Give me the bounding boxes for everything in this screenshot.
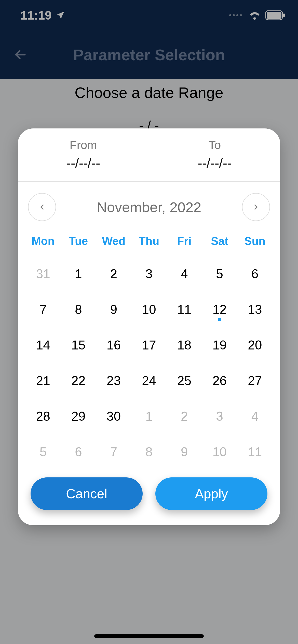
calendar-day: 8 bbox=[131, 434, 167, 470]
weekday-header: Fri bbox=[167, 230, 202, 256]
calendar-day[interactable]: 6 bbox=[237, 256, 273, 292]
calendar-day[interactable]: 12 bbox=[202, 292, 237, 327]
calendar-day[interactable]: 20 bbox=[237, 327, 273, 363]
calendar-day: 10 bbox=[202, 434, 237, 470]
calendar-day[interactable]: 28 bbox=[25, 399, 61, 434]
today-indicator-icon bbox=[218, 318, 221, 321]
calendar-day[interactable]: 27 bbox=[237, 363, 273, 399]
weekday-header: Mon bbox=[25, 230, 61, 256]
calendar-day[interactable]: 18 bbox=[167, 327, 202, 363]
to-column[interactable]: To --/--/-- bbox=[149, 128, 280, 181]
calendar-day: 3 bbox=[202, 399, 237, 434]
weekday-header: Sat bbox=[202, 230, 237, 256]
calendar-day[interactable]: 19 bbox=[202, 327, 237, 363]
calendar-day[interactable]: 8 bbox=[61, 292, 96, 327]
calendar-day[interactable]: 25 bbox=[167, 363, 202, 399]
calendar-day: 11 bbox=[237, 434, 273, 470]
next-month-button[interactable] bbox=[242, 193, 270, 221]
calendar-day[interactable]: 15 bbox=[61, 327, 96, 363]
weekday-header: Wed bbox=[96, 230, 131, 256]
from-value: --/--/-- bbox=[18, 155, 149, 171]
from-column[interactable]: From --/--/-- bbox=[18, 128, 149, 181]
month-title[interactable]: November, 2022 bbox=[97, 199, 201, 215]
calendar-day[interactable]: 22 bbox=[61, 363, 96, 399]
cancel-button[interactable]: Cancel bbox=[31, 477, 143, 510]
calendar-day[interactable]: 21 bbox=[25, 363, 61, 399]
to-label: To bbox=[149, 138, 280, 152]
calendar-day: 6 bbox=[61, 434, 96, 470]
to-value: --/--/-- bbox=[149, 155, 280, 171]
from-label: From bbox=[18, 138, 149, 152]
calendar-day: 5 bbox=[25, 434, 61, 470]
calendar-day[interactable]: 1 bbox=[61, 256, 96, 292]
calendar-day[interactable]: 16 bbox=[96, 327, 131, 363]
weekday-header: Tue bbox=[61, 230, 96, 256]
month-nav: November, 2022 bbox=[18, 182, 280, 230]
calendar-day[interactable]: 26 bbox=[202, 363, 237, 399]
calendar-grid: MonTueWedThuFriSatSun3112345678910111213… bbox=[18, 230, 280, 470]
calendar-day[interactable]: 4 bbox=[167, 256, 202, 292]
calendar-day[interactable]: 9 bbox=[96, 292, 131, 327]
calendar-day[interactable]: 17 bbox=[131, 327, 167, 363]
calendar-day: 9 bbox=[167, 434, 202, 470]
calendar-day[interactable]: 5 bbox=[202, 256, 237, 292]
modal-scrim-top bbox=[0, 0, 298, 79]
calendar-day[interactable]: 10 bbox=[131, 292, 167, 327]
prev-month-button[interactable] bbox=[28, 193, 56, 221]
calendar-day[interactable]: 29 bbox=[61, 399, 96, 434]
calendar-day[interactable]: 2 bbox=[96, 256, 131, 292]
date-range-modal: From --/--/-- To --/--/-- November, 2022… bbox=[18, 128, 280, 525]
weekday-header: Thu bbox=[131, 230, 167, 256]
home-indicator[interactable] bbox=[94, 634, 204, 638]
calendar-day[interactable]: 23 bbox=[96, 363, 131, 399]
modal-buttons: Cancel Apply bbox=[18, 470, 280, 510]
calendar-day[interactable]: 30 bbox=[96, 399, 131, 434]
calendar-day[interactable]: 11 bbox=[167, 292, 202, 327]
calendar-day[interactable]: 3 bbox=[131, 256, 167, 292]
apply-button[interactable]: Apply bbox=[155, 477, 267, 510]
calendar-day: 2 bbox=[167, 399, 202, 434]
calendar-day: 1 bbox=[131, 399, 167, 434]
calendar-day[interactable]: 7 bbox=[25, 292, 61, 327]
calendar-day: 7 bbox=[96, 434, 131, 470]
range-header: From --/--/-- To --/--/-- bbox=[18, 128, 280, 182]
calendar-day[interactable]: 13 bbox=[237, 292, 273, 327]
calendar-day[interactable]: 24 bbox=[131, 363, 167, 399]
calendar-day: 31 bbox=[25, 256, 61, 292]
calendar-day: 4 bbox=[237, 399, 273, 434]
calendar-day[interactable]: 14 bbox=[25, 327, 61, 363]
weekday-header: Sun bbox=[237, 230, 273, 256]
